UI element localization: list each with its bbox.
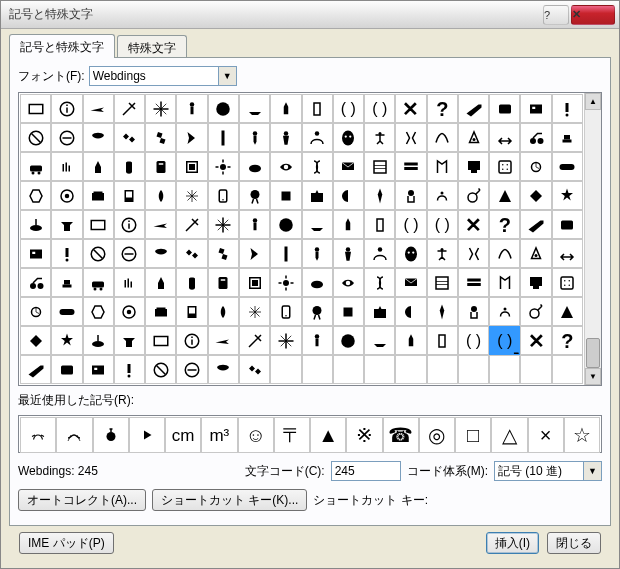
symbol-cell[interactable]: [333, 123, 364, 152]
symbol-cell[interactable]: [520, 355, 551, 384]
symbol-cell[interactable]: [176, 355, 207, 384]
symbol-cell[interactable]: [395, 355, 426, 384]
symbol-cell[interactable]: [20, 152, 51, 181]
recent-cell[interactable]: [20, 417, 56, 453]
symbol-cell[interactable]: [552, 355, 583, 384]
recent-cell[interactable]: m³: [201, 417, 237, 453]
symbol-cell[interactable]: [489, 123, 520, 152]
symbol-cell[interactable]: [458, 123, 489, 152]
symbol-cell[interactable]: ✕: [520, 326, 551, 355]
symbol-cell[interactable]: [239, 123, 270, 152]
symbol-cell[interactable]: [364, 210, 395, 239]
symbol-cell[interactable]: [458, 355, 489, 384]
symbol-cell[interactable]: [208, 181, 239, 210]
symbol-cell[interactable]: [239, 326, 270, 355]
help-button[interactable]: ?: [543, 5, 569, 25]
symbol-cell[interactable]: [83, 355, 114, 384]
symbol-cell[interactable]: [333, 268, 364, 297]
symbol-cell[interactable]: [83, 239, 114, 268]
symbol-cell[interactable]: [520, 297, 551, 326]
symbol-cell[interactable]: [270, 355, 301, 384]
symbol-cell[interactable]: [458, 152, 489, 181]
symbol-cell[interactable]: [427, 181, 458, 210]
scrollbar[interactable]: ▲ ▼: [584, 93, 601, 385]
symbol-cell[interactable]: [489, 297, 520, 326]
symbol-cell[interactable]: [208, 268, 239, 297]
symbol-cell[interactable]: [333, 210, 364, 239]
cancel-button[interactable]: 閉じる: [547, 532, 601, 554]
symbol-cell[interactable]: [520, 239, 551, 268]
symbol-cell[interactable]: ( ): [364, 94, 395, 123]
symbol-cell[interactable]: [427, 152, 458, 181]
symbol-cell[interactable]: [239, 355, 270, 384]
symbol-cell[interactable]: [427, 268, 458, 297]
ime-pad-button[interactable]: IME パッド(P): [19, 532, 114, 554]
symbol-cell[interactable]: [239, 297, 270, 326]
symbol-cell[interactable]: [145, 94, 176, 123]
symbol-cell[interactable]: [270, 123, 301, 152]
symbol-grid[interactable]: ( )( )✕?( )( )✕?( )( )↖✕?: [19, 93, 584, 385]
symbol-cell[interactable]: [239, 94, 270, 123]
symbol-cell[interactable]: [364, 355, 395, 384]
symbol-cell[interactable]: [333, 181, 364, 210]
scroll-down-button[interactable]: ▼: [585, 368, 601, 385]
symbol-cell[interactable]: [83, 210, 114, 239]
symbol-cell[interactable]: [552, 268, 583, 297]
symbol-cell[interactable]: [114, 268, 145, 297]
symbol-cell[interactable]: [458, 268, 489, 297]
symbol-cell[interactable]: ?: [427, 94, 458, 123]
symbol-cell[interactable]: [114, 123, 145, 152]
symbol-cell[interactable]: [176, 181, 207, 210]
symbol-cell[interactable]: [270, 239, 301, 268]
tab-symbols[interactable]: 記号と特殊文字: [9, 34, 115, 58]
symbol-cell[interactable]: [239, 210, 270, 239]
symbol-cell[interactable]: [302, 210, 333, 239]
symbol-cell[interactable]: [51, 326, 82, 355]
symbol-cell[interactable]: [270, 181, 301, 210]
symbol-cell[interactable]: [364, 239, 395, 268]
symbol-cell[interactable]: [520, 94, 551, 123]
symbol-cell[interactable]: [489, 152, 520, 181]
symbol-cell[interactable]: [552, 94, 583, 123]
symbol-cell[interactable]: [395, 181, 426, 210]
recent-cell[interactable]: ☆: [564, 417, 600, 453]
symbol-cell[interactable]: [114, 94, 145, 123]
symbol-cell[interactable]: [302, 94, 333, 123]
symbol-cell[interactable]: [20, 268, 51, 297]
symbol-cell[interactable]: [145, 210, 176, 239]
symbol-cell[interactable]: [395, 123, 426, 152]
recent-cell[interactable]: □: [455, 417, 491, 453]
symbol-cell[interactable]: [427, 355, 458, 384]
symbol-cell[interactable]: [552, 239, 583, 268]
symbol-cell[interactable]: [208, 297, 239, 326]
symbol-cell[interactable]: [520, 123, 551, 152]
symbol-cell[interactable]: [552, 181, 583, 210]
symbol-cell[interactable]: [145, 152, 176, 181]
symbol-cell[interactable]: [520, 152, 551, 181]
symbol-cell[interactable]: [552, 297, 583, 326]
symbol-cell[interactable]: [83, 123, 114, 152]
symbol-cell[interactable]: [489, 268, 520, 297]
symbol-cell[interactable]: [427, 239, 458, 268]
symbol-cell[interactable]: ( ): [427, 210, 458, 239]
symbol-cell[interactable]: [145, 355, 176, 384]
recent-cell[interactable]: [129, 417, 165, 453]
symbol-cell[interactable]: [364, 181, 395, 210]
recent-cell[interactable]: ☎: [383, 417, 419, 453]
symbol-cell[interactable]: [302, 355, 333, 384]
symbol-cell[interactable]: [83, 297, 114, 326]
symbol-cell[interactable]: [395, 239, 426, 268]
symbol-cell[interactable]: [145, 181, 176, 210]
recent-cell[interactable]: cm: [165, 417, 201, 453]
symbol-cell[interactable]: [364, 268, 395, 297]
symbol-cell[interactable]: [114, 239, 145, 268]
insert-button[interactable]: 挿入(I): [486, 532, 539, 554]
symbol-cell[interactable]: [270, 326, 301, 355]
symbol-cell[interactable]: [458, 94, 489, 123]
symbol-cell[interactable]: [176, 239, 207, 268]
font-combo[interactable]: ▼: [89, 66, 237, 86]
symbol-cell[interactable]: [302, 181, 333, 210]
symbol-cell[interactable]: [20, 326, 51, 355]
symbol-cell[interactable]: [51, 181, 82, 210]
symbol-cell[interactable]: [489, 181, 520, 210]
